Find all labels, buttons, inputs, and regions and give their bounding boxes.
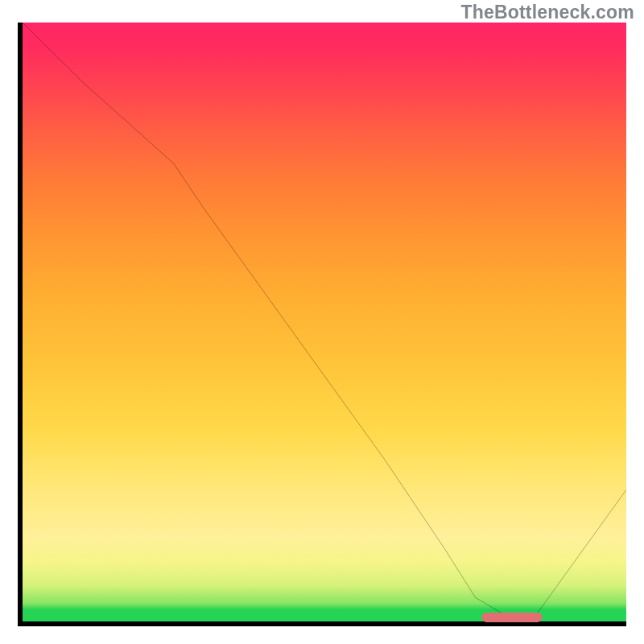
bottleneck-chart: TheBottleneck.com: [0, 0, 644, 644]
gradient-fill: [23, 23, 626, 621]
watermark-label: TheBottleneck.com: [460, 2, 634, 23]
plot-area: [18, 23, 626, 626]
optimal-range-marker: [481, 613, 542, 622]
